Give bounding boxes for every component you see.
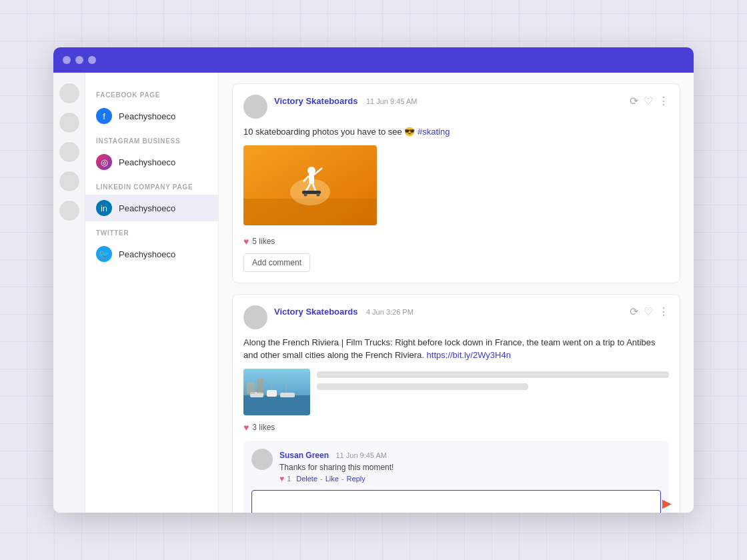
preview-line-1 <box>317 371 669 378</box>
post-likes-2: ♥ 3 likes <box>243 422 669 433</box>
section-label-twitter: TWITTER <box>85 221 218 241</box>
preview-line-2 <box>317 383 528 390</box>
nav-icon-3[interactable] <box>59 142 79 162</box>
send-icon[interactable]: ▶ <box>662 496 672 511</box>
linkedin-icon: in <box>96 200 112 216</box>
likes-count-1: 5 likes <box>252 237 275 246</box>
comment-time-1: 11 Jun 9:45 AM <box>335 451 386 459</box>
post-author-1: Victory Skateboards <box>274 96 357 106</box>
comment-author-1: Susan Green <box>279 451 329 460</box>
icon-sidebar <box>53 73 85 513</box>
nav-icon-2[interactable] <box>59 113 79 133</box>
post-avatar-1 <box>243 95 267 119</box>
comment-delete-link[interactable]: Delete <box>296 475 317 483</box>
titlebar <box>53 47 694 73</box>
svg-rect-20 <box>247 382 255 394</box>
comment-avatar-1 <box>251 449 273 470</box>
section-label-linkedin: LINKEDIN COMPANY PAGE <box>85 175 218 195</box>
main-feed: Victory Skateboards 11 Jun 9:45 AM ⟳ ♡ ⋮… <box>219 73 694 513</box>
svg-rect-16 <box>280 393 295 397</box>
add-comment-button-1[interactable]: Add comment <box>243 253 310 272</box>
comments-section-2: Susan Green 11 Jun 9:45 AM Thanks for sh… <box>243 441 669 513</box>
sidebar-item-instagram[interactable]: ◎ Peachyshoeco <box>85 149 218 175</box>
more-icon-1[interactable]: ⋮ <box>658 95 669 107</box>
retweet-icon-2[interactable]: ⟳ <box>630 305 638 318</box>
like-icon-2[interactable]: ♡ <box>644 305 653 318</box>
post-meta-2: Victory Skateboards 4 Jun 3:26 PM <box>274 305 623 317</box>
more-icon-2[interactable]: ⋮ <box>658 305 669 318</box>
post-avatar-2 <box>243 305 267 329</box>
post-author-2: Victory Skateboards <box>274 307 357 317</box>
heart-icon-1: ♥ <box>243 236 249 247</box>
twitter-account-name: Peachyshoeco <box>119 249 175 259</box>
post-link-2[interactable]: https://bit.ly/2Wy3H4n <box>427 350 511 360</box>
section-label-facebook: FACEBOOK PAGE <box>85 83 218 103</box>
post-card-2: Victory Skateboards 4 Jun 3:26 PM ⟳ ♡ ⋮ … <box>232 294 680 513</box>
main-content: FACEBOOK PAGE f Peachyshoeco INSTAGRAM B… <box>53 73 694 513</box>
post-image-skater <box>243 145 377 225</box>
separator-3: - <box>341 475 344 483</box>
svg-point-11 <box>317 193 320 196</box>
facebook-icon: f <box>96 108 112 124</box>
post-likes-1: ♥ 5 likes <box>243 236 669 247</box>
post-time-2: 4 Jun 3:26 PM <box>366 308 414 316</box>
reply-input-area: ▶ <box>251 490 661 513</box>
titlebar-dot-3 <box>88 56 96 64</box>
titlebar-dot-1 <box>63 56 71 64</box>
nav-sidebar: FACEBOOK PAGE f Peachyshoeco INSTAGRAM B… <box>85 73 219 513</box>
comment-body-1: Susan Green 11 Jun 9:45 AM Thanks for sh… <box>279 449 661 483</box>
post-text-1: 10 skateboarding photos you have to see … <box>243 125 669 139</box>
comment-1: Susan Green 11 Jun 9:45 AM Thanks for sh… <box>251 449 661 483</box>
post-header-1: Victory Skateboards 11 Jun 9:45 AM ⟳ ♡ ⋮ <box>243 95 669 119</box>
titlebar-dot-2 <box>75 56 83 64</box>
svg-point-10 <box>304 193 307 196</box>
post-card-1: Victory Skateboards 11 Jun 9:45 AM ⟳ ♡ ⋮… <box>232 83 680 283</box>
linkedin-account-name: Peachyshoeco <box>119 203 175 213</box>
instagram-icon: ◎ <box>96 154 112 170</box>
nav-icon-1[interactable] <box>59 83 79 103</box>
comment-actions-1: ♥ 1 Delete - Like - Reply <box>279 474 661 483</box>
svg-rect-13 <box>243 395 310 415</box>
post-time-1: 11 Jun 9:45 AM <box>366 97 417 105</box>
post-image-marina <box>243 369 310 415</box>
post-image-container-1 <box>243 145 669 228</box>
post-preview-2 <box>243 369 669 415</box>
instagram-account-name: Peachyshoeco <box>119 157 175 167</box>
nav-icon-4[interactable] <box>59 171 79 191</box>
twitter-icon: 🐦 <box>96 246 112 262</box>
post-hashtag-1: #skating <box>418 127 450 137</box>
app-window: FACEBOOK PAGE f Peachyshoeco INSTAGRAM B… <box>53 47 694 513</box>
sidebar-item-linkedin[interactable]: in Peachyshoeco <box>85 195 218 221</box>
nav-icon-5[interactable] <box>59 201 79 221</box>
sidebar-item-twitter[interactable]: 🐦 Peachyshoeco <box>85 241 218 267</box>
facebook-account-name: Peachyshoeco <box>119 111 175 121</box>
comment-reply-link[interactable]: Reply <box>347 475 365 483</box>
comment-like-link[interactable]: Like <box>325 475 339 483</box>
svg-rect-21 <box>257 379 263 393</box>
comment-like-count: 1 <box>287 475 291 483</box>
post-header-2: Victory Skateboards 4 Jun 3:26 PM ⟳ ♡ ⋮ <box>243 305 669 329</box>
comment-heart-icon: ♥ <box>279 474 284 483</box>
separator-2: - <box>320 475 323 483</box>
post-actions-top-2: ⟳ ♡ ⋮ <box>630 305 669 318</box>
svg-point-4 <box>307 167 315 175</box>
section-label-instagram: INSTAGRAM BUSINESS <box>85 129 218 149</box>
retweet-icon-1[interactable]: ⟳ <box>630 95 638 107</box>
post-meta-1: Victory Skateboards 11 Jun 9:45 AM <box>274 95 623 107</box>
post-actions-top-1: ⟳ ♡ ⋮ <box>630 95 669 107</box>
post-preview-lines-2 <box>317 369 669 390</box>
svg-rect-15 <box>267 390 277 397</box>
comment-text-1: Thanks for sharing this moment! <box>279 463 661 472</box>
post-text-2: Along the French Riviera | Film Trucks: … <box>243 336 669 362</box>
sidebar-item-facebook[interactable]: f Peachyshoeco <box>85 103 218 129</box>
like-icon-1[interactable]: ♡ <box>644 95 653 107</box>
reply-input[interactable] <box>251 490 661 513</box>
likes-count-2: 3 likes <box>252 423 275 432</box>
heart-icon-2: ♥ <box>243 422 249 433</box>
